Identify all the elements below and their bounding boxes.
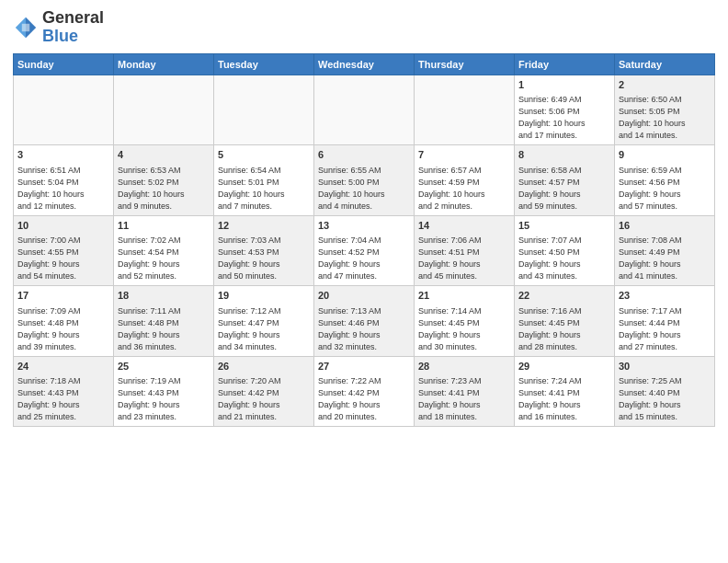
calendar-cell: 5Sunrise: 6:54 AM Sunset: 5:01 PM Daylig… <box>214 145 314 216</box>
weekday-header-saturday: Saturday <box>615 53 715 75</box>
day-info: Sunrise: 7:13 AM Sunset: 4:46 PM Dayligh… <box>318 305 410 353</box>
day-info: Sunrise: 7:25 AM Sunset: 4:40 PM Dayligh… <box>619 375 711 423</box>
day-number: 29 <box>518 360 610 373</box>
logo-line2: Blue <box>42 28 104 46</box>
day-number: 25 <box>118 360 210 373</box>
week-row-5: 24Sunrise: 7:18 AM Sunset: 4:43 PM Dayli… <box>14 356 715 427</box>
day-number: 24 <box>17 360 109 373</box>
calendar-cell: 30Sunrise: 7:25 AM Sunset: 4:40 PM Dayli… <box>615 356 715 427</box>
weekday-header-monday: Monday <box>114 53 214 75</box>
calendar-cell: 11Sunrise: 7:02 AM Sunset: 4:54 PM Dayli… <box>114 215 214 286</box>
day-number: 13 <box>318 219 410 233</box>
day-info: Sunrise: 7:16 AM Sunset: 4:45 PM Dayligh… <box>518 305 610 353</box>
calendar-cell: 6Sunrise: 6:55 AM Sunset: 5:00 PM Daylig… <box>314 145 415 216</box>
day-info: Sunrise: 6:49 AM Sunset: 5:06 PM Dayligh… <box>518 94 610 142</box>
day-number: 15 <box>518 219 610 233</box>
day-number: 12 <box>218 219 310 233</box>
day-info: Sunrise: 7:04 AM Sunset: 4:52 PM Dayligh… <box>318 235 410 282</box>
calendar-cell <box>114 75 214 145</box>
day-number: 11 <box>118 219 210 233</box>
day-number: 21 <box>418 289 510 303</box>
day-number: 6 <box>318 148 410 162</box>
calendar-cell: 22Sunrise: 7:16 AM Sunset: 4:45 PM Dayli… <box>515 286 615 357</box>
day-info: Sunrise: 6:55 AM Sunset: 5:00 PM Dayligh… <box>318 165 410 213</box>
day-info: Sunrise: 7:19 AM Sunset: 4:43 PM Dayligh… <box>118 375 210 423</box>
day-number: 20 <box>318 289 410 303</box>
weekday-header-row: SundayMondayTuesdayWednesdayThursdayFrid… <box>14 53 715 75</box>
logo-line1: General <box>42 9 104 28</box>
weekday-header-friday: Friday <box>515 53 615 75</box>
day-info: Sunrise: 7:23 AM Sunset: 4:41 PM Dayligh… <box>418 375 510 423</box>
day-number: 2 <box>619 78 711 92</box>
calendar-cell: 27Sunrise: 7:22 AM Sunset: 4:42 PM Dayli… <box>314 356 415 427</box>
day-info: Sunrise: 7:00 AM Sunset: 4:55 PM Dayligh… <box>17 235 109 282</box>
day-info: Sunrise: 7:02 AM Sunset: 4:54 PM Dayligh… <box>118 235 210 282</box>
calendar-cell: 16Sunrise: 7:08 AM Sunset: 4:49 PM Dayli… <box>615 215 715 286</box>
logo: General Blue <box>13 9 104 46</box>
calendar-cell <box>314 75 415 145</box>
calendar-cell: 4Sunrise: 6:53 AM Sunset: 5:02 PM Daylig… <box>114 145 214 216</box>
page-container: General Blue SundayMondayTuesdayWednesda… <box>0 0 728 432</box>
day-number: 26 <box>218 360 310 373</box>
calendar-cell: 3Sunrise: 6:51 AM Sunset: 5:04 PM Daylig… <box>14 145 114 216</box>
day-info: Sunrise: 7:11 AM Sunset: 4:48 PM Dayligh… <box>118 305 210 353</box>
calendar-cell <box>14 75 114 145</box>
day-info: Sunrise: 7:14 AM Sunset: 4:45 PM Dayligh… <box>418 305 510 353</box>
week-row-4: 17Sunrise: 7:09 AM Sunset: 4:48 PM Dayli… <box>14 286 715 357</box>
day-number: 5 <box>218 148 310 162</box>
calendar-cell: 29Sunrise: 7:24 AM Sunset: 4:41 PM Dayli… <box>515 356 615 427</box>
day-number: 27 <box>318 360 410 373</box>
calendar-cell: 14Sunrise: 7:06 AM Sunset: 4:51 PM Dayli… <box>415 215 515 286</box>
day-info: Sunrise: 7:24 AM Sunset: 4:41 PM Dayligh… <box>518 375 610 423</box>
weekday-header-sunday: Sunday <box>14 53 114 75</box>
svg-rect-2 <box>22 24 29 31</box>
day-number: 14 <box>418 219 510 233</box>
calendar-cell: 19Sunrise: 7:12 AM Sunset: 4:47 PM Dayli… <box>214 286 314 357</box>
day-number: 17 <box>17 289 109 303</box>
day-number: 8 <box>518 148 610 162</box>
day-info: Sunrise: 7:20 AM Sunset: 4:42 PM Dayligh… <box>218 375 310 423</box>
week-row-3: 10Sunrise: 7:00 AM Sunset: 4:55 PM Dayli… <box>14 215 715 286</box>
calendar-cell <box>415 75 515 145</box>
day-info: Sunrise: 6:51 AM Sunset: 5:04 PM Dayligh… <box>17 165 109 213</box>
calendar-cell: 26Sunrise: 7:20 AM Sunset: 4:42 PM Dayli… <box>214 356 314 427</box>
day-info: Sunrise: 7:12 AM Sunset: 4:47 PM Dayligh… <box>218 305 310 353</box>
day-number: 16 <box>619 219 711 233</box>
week-row-1: 1Sunrise: 6:49 AM Sunset: 5:06 PM Daylig… <box>14 75 715 145</box>
day-number: 19 <box>218 289 310 303</box>
calendar-cell: 28Sunrise: 7:23 AM Sunset: 4:41 PM Dayli… <box>415 356 515 427</box>
week-row-2: 3Sunrise: 6:51 AM Sunset: 5:04 PM Daylig… <box>14 145 715 216</box>
day-number: 18 <box>118 289 210 303</box>
day-number: 10 <box>17 219 109 233</box>
day-info: Sunrise: 7:09 AM Sunset: 4:48 PM Dayligh… <box>17 305 109 353</box>
day-info: Sunrise: 7:06 AM Sunset: 4:51 PM Dayligh… <box>418 235 510 282</box>
day-number: 4 <box>118 148 210 162</box>
day-number: 28 <box>418 360 510 373</box>
calendar-cell: 12Sunrise: 7:03 AM Sunset: 4:53 PM Dayli… <box>214 215 314 286</box>
calendar-cell: 23Sunrise: 7:17 AM Sunset: 4:44 PM Dayli… <box>615 286 715 357</box>
weekday-header-tuesday: Tuesday <box>214 53 314 75</box>
calendar-cell: 24Sunrise: 7:18 AM Sunset: 4:43 PM Dayli… <box>14 356 114 427</box>
day-number: 1 <box>518 78 610 92</box>
day-number: 3 <box>17 148 109 162</box>
day-info: Sunrise: 7:07 AM Sunset: 4:50 PM Dayligh… <box>518 235 610 282</box>
calendar-cell: 10Sunrise: 7:00 AM Sunset: 4:55 PM Dayli… <box>14 215 114 286</box>
calendar-cell: 8Sunrise: 6:58 AM Sunset: 4:57 PM Daylig… <box>515 145 615 216</box>
day-info: Sunrise: 6:58 AM Sunset: 4:57 PM Dayligh… <box>518 165 610 213</box>
day-info: Sunrise: 6:57 AM Sunset: 4:59 PM Dayligh… <box>418 165 510 213</box>
logo-icon <box>13 15 39 40</box>
calendar-cell: 25Sunrise: 7:19 AM Sunset: 4:43 PM Dayli… <box>114 356 214 427</box>
calendar-cell <box>214 75 314 145</box>
calendar-cell: 7Sunrise: 6:57 AM Sunset: 4:59 PM Daylig… <box>415 145 515 216</box>
day-info: Sunrise: 7:08 AM Sunset: 4:49 PM Dayligh… <box>619 235 711 282</box>
day-info: Sunrise: 6:59 AM Sunset: 4:56 PM Dayligh… <box>619 165 711 213</box>
calendar-cell: 1Sunrise: 6:49 AM Sunset: 5:06 PM Daylig… <box>515 75 615 145</box>
header: General Blue <box>13 9 715 46</box>
calendar-cell: 18Sunrise: 7:11 AM Sunset: 4:48 PM Dayli… <box>114 286 214 357</box>
day-number: 9 <box>619 148 711 162</box>
calendar-cell: 13Sunrise: 7:04 AM Sunset: 4:52 PM Dayli… <box>314 215 415 286</box>
day-info: Sunrise: 6:50 AM Sunset: 5:05 PM Dayligh… <box>619 94 711 142</box>
day-number: 22 <box>518 289 610 303</box>
calendar-cell: 15Sunrise: 7:07 AM Sunset: 4:50 PM Dayli… <box>515 215 615 286</box>
day-info: Sunrise: 6:54 AM Sunset: 5:01 PM Dayligh… <box>218 165 310 213</box>
